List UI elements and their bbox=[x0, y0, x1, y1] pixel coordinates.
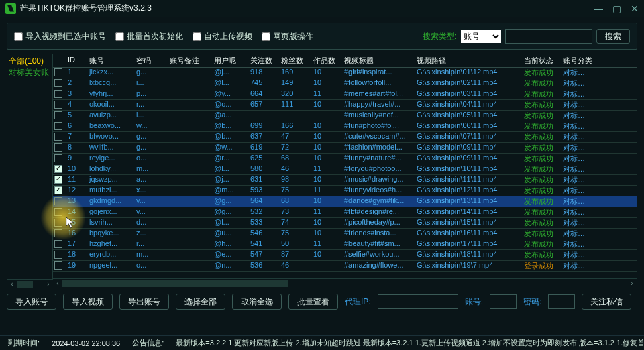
cell-follow: 637 bbox=[249, 132, 280, 142]
table-row[interactable]: 18eryrdb...m...@e...5478710#selfie#worko… bbox=[53, 250, 637, 261]
row-checkbox[interactable] bbox=[53, 229, 66, 239]
row-checkbox[interactable] bbox=[53, 78, 66, 89]
minimize-icon[interactable]: — bbox=[594, 3, 603, 14]
proxy-input[interactable] bbox=[378, 294, 458, 309]
table-row[interactable]: 14gojenx...v...@g...5327311#tbt#design#r… bbox=[53, 207, 637, 218]
cell-nickname: @a... bbox=[213, 111, 249, 121]
grid-body[interactable]: 1jickzx...g...@j...91816910#girl#inspira… bbox=[53, 68, 637, 278]
follow-dm-button[interactable]: 关注私信 bbox=[582, 294, 631, 310]
col-follow[interactable]: 关注数 bbox=[249, 54, 280, 67]
opt-web-mode[interactable]: 网页版操作 bbox=[262, 31, 313, 42]
cell-id: 10 bbox=[66, 164, 88, 174]
row-checkbox[interactable] bbox=[53, 175, 66, 185]
cell-follow: 533 bbox=[249, 218, 280, 228]
table-row[interactable]: 17hzghet...r...@h...5415011#beauty#fit#s… bbox=[53, 239, 637, 250]
sidebar-group[interactable]: 对标美女账 bbox=[9, 67, 51, 78]
search-type-select[interactable]: 账号 bbox=[461, 30, 501, 43]
row-checkbox[interactable] bbox=[53, 132, 66, 142]
row-checkbox[interactable] bbox=[53, 196, 66, 207]
pwd-input[interactable] bbox=[548, 294, 575, 309]
opt-auto-upload-label: 自动上传视频 bbox=[204, 31, 252, 42]
table-row[interactable]: 15lsvrih...d...@l...5337410#picoftheday#… bbox=[53, 218, 637, 229]
acct-input[interactable] bbox=[490, 294, 517, 309]
batch-view-button[interactable]: 批量查看 bbox=[288, 294, 338, 310]
opt-batch-init[interactable]: 批量首次初始化 bbox=[115, 31, 183, 42]
cell-works: 11 bbox=[312, 164, 343, 174]
cell-note bbox=[168, 121, 213, 131]
table-row[interactable]: 19npgeel...o...@n...53646#amazing#flowe.… bbox=[53, 261, 637, 272]
search-input[interactable] bbox=[505, 29, 592, 44]
col-password[interactable]: 密码 bbox=[135, 54, 168, 67]
grid: ID 账号 密码 账号备注 用户呢 关注数 粉丝数 作品数 视频标题 视频路径 … bbox=[53, 54, 637, 288]
opt-auto-upload[interactable]: 自动上传视频 bbox=[193, 31, 252, 42]
row-checkbox[interactable] bbox=[53, 186, 66, 196]
cell-note bbox=[168, 89, 213, 99]
cell-password: g... bbox=[135, 68, 168, 78]
col-fans[interactable]: 粉丝数 bbox=[280, 54, 312, 67]
import-account-button[interactable]: 导入账号 bbox=[7, 294, 56, 310]
row-checkbox[interactable] bbox=[53, 164, 66, 174]
cell-status: 登录成功 bbox=[523, 261, 561, 271]
row-checkbox[interactable] bbox=[53, 111, 66, 121]
cell-status: 发布成功 bbox=[523, 78, 561, 89]
grid-hscroll[interactable]: ‹ › bbox=[53, 278, 637, 288]
col-title[interactable]: 视频标题 bbox=[343, 54, 415, 67]
row-checkbox[interactable] bbox=[53, 100, 66, 110]
col-account[interactable]: 账号 bbox=[88, 54, 135, 67]
cell-follow: 699 bbox=[249, 121, 280, 131]
cell-password: d... bbox=[135, 218, 168, 228]
table-row[interactable]: 6beaxwo...w...@b...69916610#fun#photo#fo… bbox=[53, 121, 637, 132]
col-id[interactable]: ID bbox=[66, 54, 88, 67]
row-checkbox[interactable] bbox=[53, 68, 66, 78]
row-checkbox[interactable] bbox=[53, 239, 66, 249]
row-checkbox[interactable] bbox=[53, 143, 66, 153]
opt-import-video[interactable]: 导入视频到已选中账号 bbox=[14, 31, 106, 42]
table-row[interactable]: 13gkdmgd...v...@g...5646810#dance#gym#ti… bbox=[53, 196, 637, 207]
table-row[interactable]: 2lxbccq...i...@l...74514910#followforfol… bbox=[53, 78, 637, 89]
table-row[interactable]: 10lohdky...m...@l...5804611#foryou#photo… bbox=[53, 164, 637, 175]
table-row[interactable]: 7bfwovo...g...@b...6374710#cute#vscocam#… bbox=[53, 132, 637, 143]
col-status[interactable]: 当前状态 bbox=[523, 54, 561, 67]
table-row[interactable]: 4okooil...r...@o...65711110#happy#travel… bbox=[53, 100, 637, 111]
table-row[interactable]: 5avuizp...i...@a...#musically#nof...G:\s… bbox=[53, 111, 637, 121]
deselect-all-button[interactable]: 取消全选 bbox=[232, 294, 282, 310]
export-account-button[interactable]: 导出账号 bbox=[119, 294, 169, 310]
search-button[interactable]: 搜索 bbox=[596, 29, 630, 44]
row-checkbox[interactable] bbox=[53, 261, 66, 271]
select-all-button[interactable]: 选择全部 bbox=[176, 294, 225, 310]
col-path[interactable]: 视频路径 bbox=[415, 54, 523, 67]
table-row[interactable]: 8wvlifb...g...@w...6197210#fashion#model… bbox=[53, 143, 637, 154]
cell-path: G:\sixinshipin\07\11.mp4 bbox=[415, 132, 523, 142]
cell-path: G:\sixinshipin\06\11.mp4 bbox=[415, 121, 523, 131]
cell-title: #fun#photo#fol... bbox=[343, 121, 415, 131]
table-row[interactable]: 1jickzx...g...@j...91816910#girl#inspira… bbox=[53, 68, 637, 78]
row-checkbox[interactable] bbox=[53, 89, 66, 99]
table-row[interactable]: 11jqswzp...a...@j...6319810#music#drawin… bbox=[53, 175, 637, 186]
table-row[interactable]: 9rcylge...o...@r...6256810#funny#nature#… bbox=[53, 154, 637, 164]
close-icon[interactable]: ✕ bbox=[631, 3, 639, 14]
table-row[interactable]: 3yfyhrj...p...@y...66432011#memes#art#fo… bbox=[53, 89, 637, 100]
row-checkbox[interactable] bbox=[53, 250, 66, 260]
row-checkbox[interactable] bbox=[53, 207, 66, 217]
col-category[interactable]: 账号分类 bbox=[561, 54, 592, 67]
sidebar-all[interactable]: 全部(100) bbox=[9, 56, 51, 67]
table-row[interactable]: 12mutbzl...x...@m...5937511#funnyvideos#… bbox=[53, 186, 637, 196]
scroll-left-icon[interactable]: ‹ bbox=[53, 280, 62, 287]
row-checkbox[interactable] bbox=[53, 218, 66, 228]
cell-id: 16 bbox=[66, 229, 88, 239]
notice-text: 最新版本=3.2.2 1.更新对应新版上传 2.增加未知超时跳过 最新版本=3.… bbox=[176, 338, 644, 348]
scroll-right-icon[interactable]: › bbox=[627, 280, 637, 287]
cell-category: 对标美... bbox=[561, 207, 592, 217]
import-video-button[interactable]: 导入视频 bbox=[63, 294, 113, 310]
cell-category: 对标美... bbox=[561, 154, 592, 164]
col-works[interactable]: 作品数 bbox=[312, 54, 343, 67]
row-checkbox[interactable] bbox=[53, 121, 66, 131]
cell-works: 10 bbox=[312, 68, 343, 78]
table-row[interactable]: 16bpqyke...z...@u...5467510#friends#inst… bbox=[53, 229, 637, 239]
cell-follow: 564 bbox=[249, 196, 280, 207]
maximize-icon[interactable]: ▢ bbox=[612, 3, 621, 14]
col-nickname[interactable]: 用户呢 bbox=[213, 54, 249, 67]
row-checkbox[interactable] bbox=[53, 154, 66, 164]
col-note[interactable]: 账号备注 bbox=[168, 54, 213, 67]
cell-fans: 75 bbox=[280, 186, 312, 196]
